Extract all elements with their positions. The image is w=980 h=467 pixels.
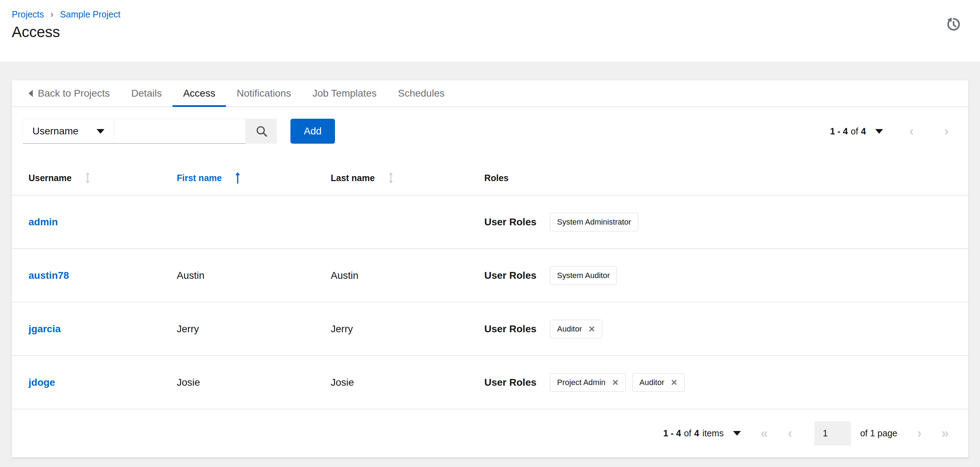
breadcrumb-separator-icon: › <box>50 10 54 19</box>
search-key-value: Username <box>32 126 78 137</box>
remove-role-button[interactable]: ✕ <box>589 325 595 333</box>
tab-label: Back to Projects <box>38 88 110 99</box>
per-page-dropdown-toggle[interactable] <box>733 431 741 436</box>
role-chip-label: System Administrator <box>557 217 631 227</box>
tab-job-templates[interactable]: Job Templates <box>302 80 387 107</box>
column-header-roles: Roles <box>484 161 958 195</box>
add-button[interactable]: Add <box>290 119 335 143</box>
page-title: Access <box>12 24 60 41</box>
next-page-button[interactable]: › <box>917 427 921 440</box>
username-link[interactable]: jgarcia <box>29 324 60 335</box>
first-name-value: Austin <box>177 270 205 281</box>
search-button[interactable] <box>246 119 277 143</box>
pagination-range: 1 - 4 <box>663 428 681 438</box>
breadcrumb: Projects › Sample Project <box>12 9 121 20</box>
role-chip-label: Auditor <box>639 378 664 387</box>
tab-details[interactable]: Details <box>121 80 172 107</box>
chevron-down-icon <box>875 129 883 134</box>
search-icon <box>255 125 268 138</box>
role-chips: System Administrator <box>550 213 638 231</box>
first-name-value: Jerry <box>177 324 199 335</box>
breadcrumb-link-sample-project[interactable]: Sample Project <box>60 9 121 20</box>
role-chips: System Auditor <box>550 266 617 285</box>
table-row: jdoge Josie Josie User Roles Project Adm… <box>12 355 968 409</box>
username-link[interactable]: austin78 <box>29 270 69 281</box>
chevron-down-icon <box>733 431 741 436</box>
prev-page-button[interactable]: ‹ <box>788 427 792 440</box>
last-page-button[interactable]: » <box>942 427 949 440</box>
pagination-items-suffix: items <box>702 428 724 438</box>
page-header: Projects › Sample Project Access <box>0 0 980 62</box>
role-chips: Auditor ✕ <box>550 320 602 338</box>
tab-back-to-projects[interactable]: Back to Projects <box>29 80 121 107</box>
tab-schedules[interactable]: Schedules <box>387 80 455 107</box>
last-name-value: Jerry <box>331 324 353 335</box>
content-card: Back to Projects Details Access Notifica… <box>12 80 968 457</box>
remove-role-button[interactable]: ✕ <box>612 379 619 387</box>
table-header-row: Username First name Last name Roles <box>12 161 968 195</box>
current-page-input[interactable]: 1 <box>814 421 851 446</box>
user-roles-label: User Roles <box>484 324 536 335</box>
breadcrumb-link-projects[interactable]: Projects <box>12 9 44 20</box>
role-chip: System Auditor <box>550 266 617 285</box>
role-chip-label: Project Admin <box>557 378 605 387</box>
table-row: austin78 Austin Austin User Roles System… <box>12 249 968 302</box>
user-roles-label: User Roles <box>484 377 536 388</box>
pagination-of: of <box>851 126 858 137</box>
prev-page-button[interactable]: ‹ <box>910 125 914 138</box>
column-label: Roles <box>484 173 509 183</box>
role-chip: Project Admin ✕ <box>550 373 626 392</box>
column-header-username[interactable]: Username <box>29 161 91 195</box>
user-roles-label: User Roles <box>484 217 536 228</box>
activity-history-button[interactable] <box>945 16 962 33</box>
role-chip: System Administrator <box>550 213 638 231</box>
role-chip-label: System Auditor <box>557 271 610 280</box>
last-name-value: Austin <box>331 270 358 281</box>
last-name-value: Josie <box>331 377 354 388</box>
column-label: Username <box>29 173 72 183</box>
per-page-dropdown-toggle[interactable] <box>875 129 883 134</box>
remove-role-button[interactable]: ✕ <box>671 379 678 387</box>
top-pagination: 1 - 4 of 4 ‹ › <box>830 119 949 143</box>
tab-label: Job Templates <box>313 88 377 99</box>
column-header-last-name[interactable]: Last name <box>331 161 394 195</box>
role-chip: Auditor ✕ <box>632 373 684 392</box>
tab-bar: Back to Projects Details Access Notifica… <box>12 80 968 107</box>
username-link[interactable]: admin <box>29 217 58 228</box>
username-link[interactable]: jdoge <box>29 377 55 388</box>
column-label: First name <box>177 173 222 183</box>
back-caret-icon <box>29 90 33 97</box>
user-roles-label: User Roles <box>484 270 536 281</box>
table-row: admin User Roles System Administrator <box>12 195 968 249</box>
sort-both-icon <box>388 172 394 184</box>
role-chip: Auditor ✕ <box>550 320 602 338</box>
table-row: jgarcia Jerry Jerry User Roles Auditor ✕ <box>12 302 968 355</box>
sort-ascending-icon <box>234 172 241 184</box>
tab-access[interactable]: Access <box>172 80 226 107</box>
pagination-total: 4 <box>694 428 699 438</box>
pagination-range: 1 - 4 <box>830 126 848 137</box>
tab-label: Schedules <box>398 88 445 99</box>
search-input[interactable] <box>114 119 246 143</box>
first-name-value: Josie <box>177 377 200 388</box>
chevron-down-icon <box>97 129 104 134</box>
tab-label: Notifications <box>237 88 291 99</box>
column-label: Last name <box>331 173 375 183</box>
tab-notifications[interactable]: Notifications <box>226 80 302 107</box>
list-toolbar: Username Add 1 - 4 of 4 ‹ › <box>23 119 949 143</box>
first-page-button[interactable]: « <box>761 427 768 440</box>
next-page-button[interactable]: › <box>944 125 949 138</box>
tab-label: Details <box>131 88 162 99</box>
pagination-of: of <box>684 428 691 438</box>
search-key-select[interactable]: Username <box>23 119 114 143</box>
page-of-label: of 1 page <box>860 428 897 438</box>
role-chips: Project Admin ✕ Auditor ✕ <box>550 373 684 392</box>
column-header-first-name[interactable]: First name <box>177 161 241 195</box>
sort-both-icon <box>84 172 91 184</box>
history-icon <box>945 16 961 32</box>
bottom-pagination: 1 - 4 of 4 items « ‹ 1 of 1 page › » <box>12 409 968 457</box>
role-chip-label: Auditor <box>557 324 582 334</box>
tab-label: Access <box>183 88 215 99</box>
pagination-total: 4 <box>861 126 866 137</box>
